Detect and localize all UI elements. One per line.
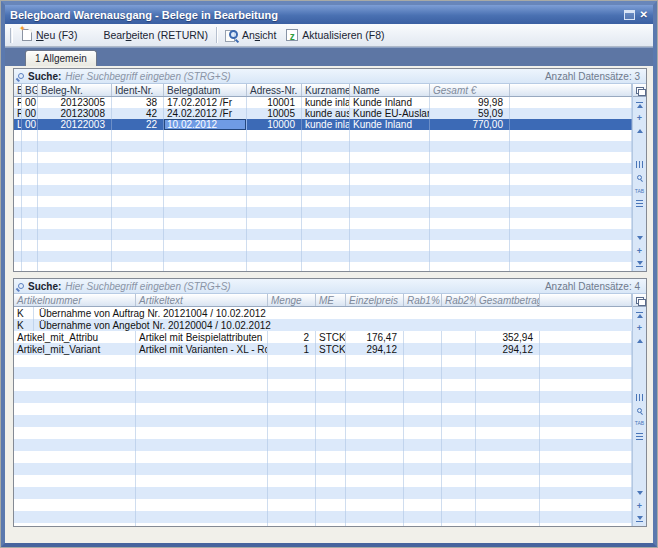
columns-button[interactable] xyxy=(634,393,645,402)
edit-button[interactable]: Bearbeiten (RETURN) xyxy=(82,27,212,44)
table-cell[interactable]: L xyxy=(14,119,22,130)
table-cell[interactable] xyxy=(404,331,442,343)
restore-icon[interactable] xyxy=(624,10,635,20)
table-row[interactable]: KÜbernahme von Auftrag Nr. 20121004 / 10… xyxy=(14,307,632,319)
table-cell[interactable]: 59,09 xyxy=(430,108,510,119)
table-row[interactable]: Artikel_mit_AttribuArtikel mit Beispiela… xyxy=(14,331,632,343)
column-header[interactable]: Name xyxy=(350,84,430,96)
tab-tool-button[interactable]: TAB xyxy=(634,419,645,428)
column-header[interactable]: Beleg-Nr. xyxy=(38,84,112,96)
table-cell[interactable]: kunde inla xyxy=(302,97,350,108)
new-button[interactable]: Neu (F3) xyxy=(17,27,82,43)
column-header[interactable]: Gesamt € xyxy=(430,84,510,96)
append-record-button[interactable]: + xyxy=(634,246,645,255)
table-row[interactable]: L00201220032210.02.201210000kunde inlaKu… xyxy=(14,119,632,130)
table-cell[interactable]: Artikel mit Beispielattributen xyxy=(136,331,268,343)
search-tool-button[interactable] xyxy=(634,173,645,182)
column-header[interactable]: Adress-Nr. xyxy=(247,84,302,96)
table-cell[interactable]: 00 xyxy=(22,97,38,108)
table-cell[interactable] xyxy=(442,331,476,343)
table-cell[interactable]: 20122003 xyxy=(38,119,112,130)
column-header[interactable]: Menge xyxy=(268,294,316,306)
table-cell[interactable]: 176,47 xyxy=(346,331,404,343)
table-cell[interactable]: 1 xyxy=(268,343,316,355)
next-record-button[interactable] xyxy=(634,488,645,497)
table-cell[interactable]: 99,98 xyxy=(430,97,510,108)
columns-button[interactable] xyxy=(634,160,645,169)
table-cell[interactable]: Kunde Inland xyxy=(350,119,430,130)
last-record-button[interactable] xyxy=(634,514,645,523)
column-chooser-button[interactable] xyxy=(633,84,646,97)
table-cell[interactable]: kunde ausl xyxy=(302,108,350,119)
previous-record-button[interactable] xyxy=(634,336,645,345)
column-header[interactable]: ME xyxy=(316,294,346,306)
table-cell[interactable]: kunde inla xyxy=(302,119,350,130)
table-cell[interactable] xyxy=(442,343,476,355)
insert-record-button[interactable]: + xyxy=(634,113,645,122)
table-cell[interactable]: 24.02.2012 /Fr xyxy=(164,108,247,119)
table-cell[interactable]: 22 xyxy=(112,119,164,130)
table-cell[interactable]: 10001 xyxy=(247,97,302,108)
table-cell[interactable]: Kunde EU-Ausland xyxy=(350,108,430,119)
last-record-button[interactable] xyxy=(634,259,645,268)
search-input[interactable]: Hier Suchbegriff eingeben (STRG+S) xyxy=(65,281,541,292)
next-record-button[interactable] xyxy=(634,233,645,242)
search-input[interactable]: Hier Suchbegriff eingeben (STRG+S) xyxy=(65,71,541,82)
previous-record-button[interactable] xyxy=(634,126,645,135)
filter-tool-button[interactable] xyxy=(634,199,645,208)
table-cell[interactable]: STCK xyxy=(316,343,346,355)
table-cell[interactable]: 42 xyxy=(112,108,164,119)
column-header[interactable]: Gesamtbetrag xyxy=(476,294,540,306)
table-cell[interactable] xyxy=(404,343,442,355)
table-cell[interactable] xyxy=(510,108,632,119)
column-header[interactable]: Artikelnummer xyxy=(14,294,136,306)
table-row[interactable]: Artikel_mit_VariantArtikel mit Varianten… xyxy=(14,343,632,355)
table-cell[interactable] xyxy=(540,331,632,343)
table-cell[interactable] xyxy=(540,343,632,355)
table-cell[interactable]: 10.02.2012 xyxy=(164,119,247,130)
table-cell[interactable]: 20123008 xyxy=(38,108,112,119)
column-chooser-button[interactable] xyxy=(633,294,646,307)
table-cell[interactable]: 352,94 xyxy=(476,331,540,343)
table-cell[interactable]: STCK xyxy=(316,331,346,343)
filter-tool-button[interactable] xyxy=(634,432,645,441)
table-cell[interactable]: R xyxy=(14,97,22,108)
table-cell[interactable]: 00 xyxy=(22,108,38,119)
append-record-button[interactable]: + xyxy=(634,501,645,510)
table-cell[interactable]: R xyxy=(14,108,22,119)
table-cell[interactable]: 10000 xyxy=(247,119,302,130)
column-header[interactable]: Artikeltext xyxy=(136,294,268,306)
table-cell[interactable]: Artikel_mit_Variant xyxy=(14,343,136,355)
table-cell[interactable]: 17.02.2012 /Fr xyxy=(164,97,247,108)
view-button[interactable]: Ansicht xyxy=(220,27,281,44)
table-cell[interactable]: Artikel mit Varianten - XL - Rot xyxy=(136,343,268,355)
tab-allgemein[interactable]: 1 Allgemein xyxy=(25,50,97,66)
column-header[interactable]: Kurzname xyxy=(302,84,350,96)
insert-record-button[interactable]: + xyxy=(634,323,645,332)
first-record-button[interactable] xyxy=(634,310,645,319)
table-cell[interactable] xyxy=(510,119,632,130)
table-cell[interactable]: 10005 xyxy=(247,108,302,119)
search-tool-button[interactable] xyxy=(634,406,645,415)
table-cell[interactable]: 2 xyxy=(268,331,316,343)
table-cell[interactable]: 770,00 xyxy=(430,119,510,130)
column-header[interactable]: BG xyxy=(22,84,38,96)
close-icon[interactable]: ✕ xyxy=(640,10,648,20)
column-header[interactable]: Einzelpreis xyxy=(346,294,404,306)
table-cell[interactable]: 38 xyxy=(112,97,164,108)
table-cell[interactable]: Artikel_mit_Attribu xyxy=(14,331,136,343)
refresh-button[interactable]: Aktualisieren (F8) xyxy=(281,27,389,43)
column-header[interactable]: Rab1% xyxy=(404,294,442,306)
table-cell[interactable]: 294,12 xyxy=(476,343,540,355)
column-header[interactable]: Ident-Nr. xyxy=(112,84,164,96)
tab-tool-button[interactable]: TAB xyxy=(634,186,645,195)
column-header[interactable]: Belegdatum xyxy=(164,84,247,96)
table-cell[interactable] xyxy=(510,97,632,108)
table-row[interactable]: KÜbernahme von Angebot Nr. 20120004 / 10… xyxy=(14,319,632,331)
column-header[interactable]: Rab2% xyxy=(442,294,476,306)
column-header[interactable]: B xyxy=(14,84,22,96)
table-row[interactable]: R00201230053817.02.2012 /Fr10001kunde in… xyxy=(14,97,632,108)
table-cell[interactable]: Kunde Inland xyxy=(350,97,430,108)
table-cell[interactable]: 20123005 xyxy=(38,97,112,108)
first-record-button[interactable] xyxy=(634,100,645,109)
